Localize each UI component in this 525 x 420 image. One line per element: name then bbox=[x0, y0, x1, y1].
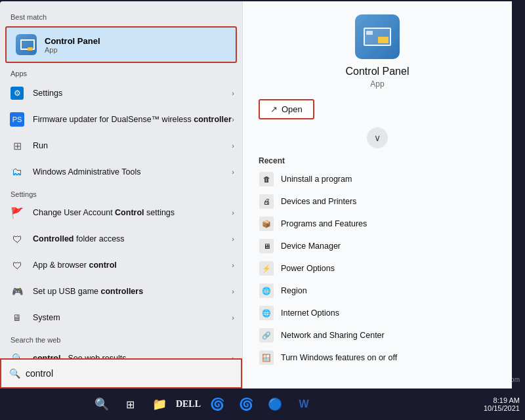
run-icon: ⊞ bbox=[8, 136, 26, 155]
taskbar-time: 8:19 AM 10/15/2021 bbox=[484, 396, 520, 412]
app-icon-large bbox=[355, 14, 400, 59]
run-chevron: › bbox=[232, 142, 234, 150]
firmware-chevron: › bbox=[232, 116, 234, 123]
taskbar-taskview[interactable]: ⊞ bbox=[117, 391, 144, 417]
controlled-folder-label: Controlled folder access bbox=[33, 234, 232, 243]
web-chevron: › bbox=[232, 354, 234, 358]
apps-section-label: Apps bbox=[0, 66, 242, 80]
taskbar-search[interactable]: 🔍 bbox=[89, 391, 115, 417]
devices-printers-icon: 🖨 bbox=[259, 194, 274, 209]
device-manager-label: Device Manager bbox=[281, 242, 341, 251]
watermark: wxdn.com bbox=[490, 376, 520, 383]
menu-item-system[interactable]: 🖥 System › bbox=[0, 304, 242, 331]
system-label: System bbox=[33, 313, 232, 322]
device-manager-icon: 🖥 bbox=[259, 238, 274, 254]
admin-chevron: › bbox=[232, 168, 234, 176]
taskbar: 🔍 ⊞ 📁 DELL 🌀 🌀 🔵 W 8:19 AM 10/15/2021 bbox=[0, 388, 525, 420]
usb-icon: 🎮 bbox=[8, 282, 26, 301]
uninstall-icon: 🗑 bbox=[259, 171, 274, 187]
shield2-icon: 🛡 bbox=[8, 256, 26, 274]
windows-features-icon: 🪟 bbox=[259, 350, 274, 366]
internet-options-label: Internet Options bbox=[281, 308, 339, 318]
run-label: Run bbox=[33, 141, 232, 150]
taskbar-edge-green[interactable]: 🌀 bbox=[233, 391, 259, 417]
web-search-icon: 🔍 bbox=[8, 349, 26, 358]
open-icon: ↗ bbox=[270, 104, 278, 114]
app-type: App bbox=[370, 79, 384, 89]
programs-features-icon: 📦 bbox=[259, 216, 274, 232]
recent-item-devices-printers[interactable]: 🖨 Devices and Printers bbox=[253, 190, 501, 213]
menu-item-controlled-folder[interactable]: 🛡 Controlled folder access › bbox=[0, 226, 242, 252]
taskbar-edge-blue[interactable]: 🌀 bbox=[204, 391, 230, 417]
flag-icon: 🚩 bbox=[8, 203, 26, 222]
usb-game-label: Set up USB game controllers bbox=[33, 287, 232, 296]
windows-features-label: Turn Windows features on or off bbox=[281, 353, 397, 362]
settings-section-label: Settings bbox=[0, 185, 242, 200]
best-match-label: Best match bbox=[0, 9, 242, 24]
right-panel: Control Panel App ↗ Open ∨ Recent 🗑 Unin… bbox=[243, 1, 512, 388]
taskbar-chrome[interactable]: 🔵 bbox=[262, 391, 288, 417]
taskbar-right: 8:19 AM 10/15/2021 bbox=[484, 396, 520, 412]
web-section-label: Search the web bbox=[0, 331, 242, 345]
shield-icon: 🛡 bbox=[8, 230, 26, 248]
system-chevron: › bbox=[232, 314, 234, 322]
power-options-icon: ⚡ bbox=[259, 261, 274, 276]
pc-icon: 🖥 bbox=[8, 308, 26, 327]
programs-features-label: Programs and Features bbox=[281, 219, 367, 228]
firmware-icon: PS bbox=[8, 110, 26, 129]
windows-admin-icon: 🗂 bbox=[8, 163, 26, 181]
best-match-item-control-panel[interactable]: Control Panel App bbox=[5, 26, 237, 63]
menu-item-windows-admin[interactable]: 🗂 Windows Administrative Tools › bbox=[0, 159, 242, 185]
taskbar-file-explorer[interactable]: 📁 bbox=[146, 391, 173, 417]
search-input[interactable] bbox=[26, 368, 233, 379]
search-bar-icon: 🔍 bbox=[9, 368, 20, 379]
recent-item-programs-features[interactable]: 📦 Programs and Features bbox=[253, 213, 501, 235]
menu-item-app-browser[interactable]: 🛡 App & browser control › bbox=[0, 252, 242, 278]
menu-item-change-uac[interactable]: 🚩 Change User Account Control settings › bbox=[0, 200, 242, 226]
recent-label: Recent bbox=[259, 156, 285, 165]
best-match-title: Control Panel bbox=[45, 36, 100, 46]
devices-printers-label: Devices and Printers bbox=[281, 197, 356, 206]
control-panel-icon-large bbox=[14, 33, 38, 56]
open-label: Open bbox=[282, 104, 303, 114]
usb-chevron: › bbox=[232, 287, 234, 295]
menu-item-run[interactable]: ⊞ Run › bbox=[0, 133, 242, 159]
recent-item-windows-features[interactable]: 🪟 Turn Windows features on or off bbox=[253, 346, 501, 369]
chevron-down-button[interactable]: ∨ bbox=[367, 127, 388, 148]
recent-item-region[interactable]: 🌐 Region bbox=[253, 280, 501, 302]
internet-options-icon: 🌐 bbox=[259, 305, 274, 321]
menu-item-firmware[interactable]: PS Firmware updater for DualSense™ wirel… bbox=[0, 106, 242, 133]
uninstall-label: Uninstall a program bbox=[281, 175, 352, 184]
left-panel: Best match Control Panel App Apps ⚙ S bbox=[0, 1, 243, 388]
power-options-label: Power Options bbox=[281, 264, 335, 273]
menu-item-usb-game[interactable]: 🎮 Set up USB game controllers › bbox=[0, 278, 242, 304]
region-label: Region bbox=[281, 286, 307, 295]
open-button[interactable]: ↗ Open bbox=[259, 99, 314, 119]
left-content: Best match Control Panel App Apps ⚙ S bbox=[0, 1, 242, 358]
settings-icon: ⚙ bbox=[8, 84, 26, 102]
search-bar[interactable]: 🔍 bbox=[0, 358, 242, 388]
app-name: Control Panel bbox=[346, 66, 410, 77]
best-match-subtitle: App bbox=[45, 46, 100, 54]
start-menu: Best match Control Panel App Apps ⚙ S bbox=[0, 1, 512, 388]
network-sharing-icon: 🔗 bbox=[259, 327, 274, 343]
recent-item-internet-options[interactable]: 🌐 Internet Options bbox=[253, 302, 501, 324]
menu-item-web-search[interactable]: 🔍 control - See web results › bbox=[0, 345, 242, 358]
recent-list: 🗑 Uninstall a program 🖨 Devices and Prin… bbox=[253, 168, 501, 369]
taskbar-word[interactable]: W bbox=[291, 391, 317, 417]
firmware-label: Firmware updater for DualSense™ wireless… bbox=[33, 115, 232, 124]
settings-label: Settings bbox=[33, 89, 232, 98]
network-sharing-label: Network and Sharing Center bbox=[281, 331, 385, 340]
recent-item-uninstall[interactable]: 🗑 Uninstall a program bbox=[253, 168, 501, 190]
ab-chevron: › bbox=[232, 261, 234, 269]
region-icon: 🌐 bbox=[259, 283, 274, 299]
app-browser-label: App & browser control bbox=[33, 261, 232, 270]
taskbar-dell[interactable]: DELL bbox=[175, 391, 201, 417]
taskbar-center: 🔍 ⊞ 📁 DELL 🌀 🌀 🔵 W bbox=[89, 391, 317, 417]
recent-item-power-options[interactable]: ⚡ Power Options bbox=[253, 257, 501, 280]
uac-chevron: › bbox=[232, 209, 234, 217]
recent-item-device-manager[interactable]: 🖥 Device Manager bbox=[253, 235, 501, 257]
cf-chevron: › bbox=[232, 235, 234, 243]
menu-item-settings[interactable]: ⚙ Settings › bbox=[0, 80, 242, 106]
recent-item-network-sharing[interactable]: 🔗 Network and Sharing Center bbox=[253, 324, 501, 346]
